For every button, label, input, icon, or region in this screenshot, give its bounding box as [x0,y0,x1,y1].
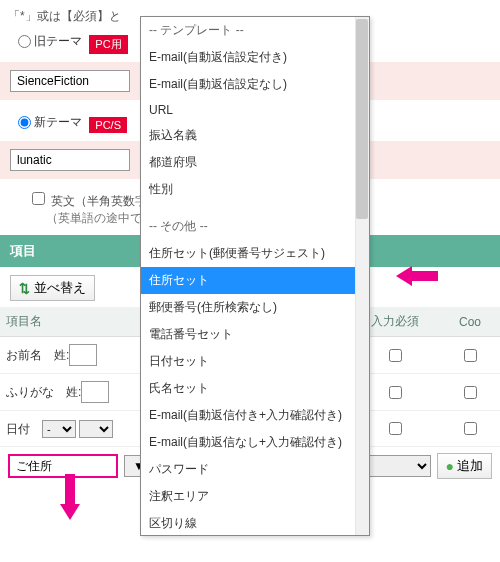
dropdown-option[interactable]: 都道府県 [141,149,369,176]
dropdown-option[interactable]: パスワード [141,456,369,483]
add-button-label: 追加 [457,457,483,475]
date-select-1[interactable]: - [42,420,76,438]
new-theme-radio[interactable]: 新テーマ [18,114,82,131]
dropdown-option[interactable]: 電話番号セット [141,321,369,348]
dropdown-option[interactable]: E-mail(自動返信設定なし) [141,71,369,98]
dropdown-option[interactable]: E-mail(自動返信なし+入力確認付き) [141,429,369,456]
field-prefix-input[interactable] [69,344,97,366]
old-theme-radio-input[interactable] [18,35,31,48]
required-checkbox[interactable] [389,386,402,399]
new-theme-badge: PC/S [89,117,127,133]
new-theme-radio-input[interactable] [18,116,31,129]
dropdown-option[interactable]: URL [141,98,369,122]
col-cookie: Coo [440,307,500,337]
dropdown-scrollbar[interactable] [355,17,369,535]
dropdown-option[interactable]: 住所セット(郵便番号サジェスト) [141,240,369,267]
new-theme-value-input[interactable] [10,149,130,171]
required-checkbox[interactable] [389,349,402,362]
dropdown-option[interactable]: 性別 [141,176,369,203]
english-check-input[interactable] [32,192,45,205]
field-prefix: 姓: [54,348,69,362]
dropdown-option[interactable]: 氏名セット [141,375,369,402]
sort-icon: ⇅ [19,281,30,296]
dropdown-option [141,203,369,213]
dropdown-option[interactable]: 郵便番号(住所検索なし) [141,294,369,321]
field-name: ふりがな [6,385,54,399]
dropdown-group-header: -- テンプレート -- [141,17,369,44]
cookie-checkbox[interactable] [464,386,477,399]
dropdown-option[interactable]: 日付セット [141,348,369,375]
add-button[interactable]: ● 追加 [437,453,492,479]
dropdown-option[interactable]: 区切り線 [141,510,369,536]
field-prefix-input[interactable] [81,381,109,403]
required-checkbox[interactable] [389,422,402,435]
sort-button[interactable]: ⇅ 並べ替え [10,275,95,301]
dropdown-scrollbar-thumb[interactable] [356,19,368,219]
dropdown-option[interactable]: E-mail(自動返信付き+入力確認付き) [141,402,369,429]
old-theme-radio[interactable]: 旧テーマ [18,33,82,50]
sort-button-label: 並べ替え [34,279,86,297]
new-field-name-input[interactable] [8,454,118,478]
cookie-checkbox[interactable] [464,422,477,435]
new-theme-label: 新テーマ [34,114,82,131]
dropdown-option[interactable]: 注釈エリア [141,483,369,510]
plus-icon: ● [446,459,454,473]
dropdown-option[interactable]: 振込名義 [141,122,369,149]
field-name: お前名 [6,348,42,362]
old-theme-badge: PC用 [89,35,127,54]
dropdown-option[interactable]: 住所セット [141,267,369,294]
old-theme-label: 旧テーマ [34,33,82,50]
type-dropdown[interactable]: -- テンプレート --E-mail(自動返信設定付き)E-mail(自動返信設… [140,16,370,536]
date-select-2[interactable] [79,420,113,438]
cookie-checkbox[interactable] [464,349,477,362]
field-name: 日付 [6,422,30,436]
field-prefix: 姓: [66,385,81,399]
old-theme-value-input[interactable] [10,70,130,92]
dropdown-group-header: -- その他 -- [141,213,369,240]
dropdown-option[interactable]: E-mail(自動返信設定付き) [141,44,369,71]
